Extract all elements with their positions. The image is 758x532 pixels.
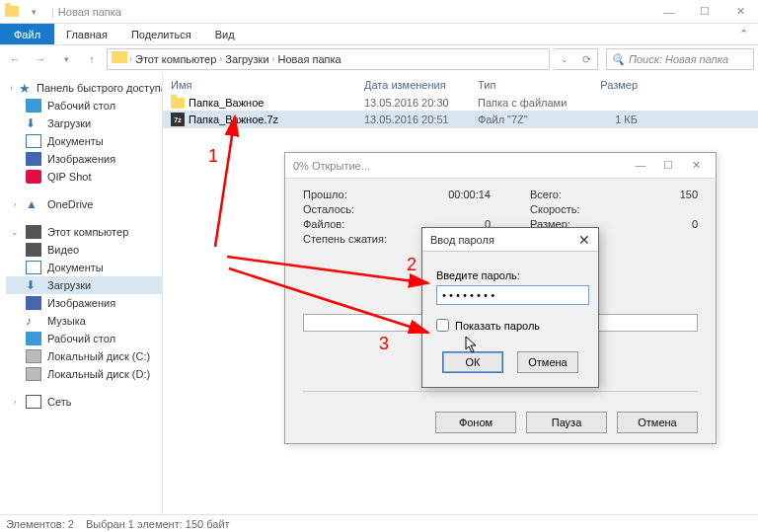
dialog-maximize-button[interactable]: ☐ [656, 159, 680, 172]
background-button[interactable]: Фоном [435, 412, 516, 433]
sidebar-this-pc[interactable]: ⌄Этот компьютер [6, 223, 162, 241]
dialog-minimize-button[interactable]: — [629, 159, 652, 172]
file-name: Папка_Важное [189, 97, 264, 109]
show-password-checkbox[interactable]: Показать пароль [436, 319, 584, 332]
label-elapsed: Прошло: [303, 189, 421, 200]
file-row[interactable]: Папка_Важное 13.05.2016 20:30 Папка с фа… [163, 95, 758, 111]
sidebar-network[interactable]: ›Сеть [6, 393, 162, 411]
pwdlg-titlebar[interactable]: Ввод пароля ✕ [422, 228, 598, 252]
col-header-size[interactable]: Размер [586, 79, 645, 91]
sidebar-label: Панель быстрого доступа [37, 82, 163, 94]
ok-button[interactable]: ОК [442, 351, 503, 373]
dialog-close-button[interactable]: ✕ [684, 159, 708, 172]
cancel-button[interactable]: Отмена [517, 351, 578, 373]
addr-refresh-button[interactable]: ⟳ [575, 49, 597, 69]
label-files: Файлов: [303, 218, 421, 230]
password-dialog: Ввод пароля ✕ Введите пароль: Показать п… [421, 227, 599, 388]
sidebar-label: Изображения [47, 297, 115, 309]
maximize-button[interactable]: ☐ [687, 0, 722, 24]
sidebar-item-video[interactable]: Видео [6, 241, 162, 259]
ribbon: Файл Главная Поделиться Вид ⌃ [0, 24, 758, 45]
sidebar-label: Изображения [47, 153, 115, 165]
annotation-2: 2 [407, 255, 417, 275]
pause-button[interactable]: Пауза [526, 412, 607, 433]
sidebar-item-music[interactable]: ♪Музыка [6, 312, 162, 330]
minimize-button[interactable]: — [651, 0, 687, 24]
sidebar-label: Загрузки [47, 117, 91, 129]
sidebar-label: Музыка [47, 315, 86, 327]
sidebar-item-downloads[interactable]: ⬇Загрузки [6, 276, 162, 294]
value-total: 150 [619, 189, 698, 200]
sidebar-item-images[interactable]: Изображения [6, 294, 162, 312]
nav-back-button[interactable]: ← [4, 48, 26, 70]
ribbon-file-tab[interactable]: Файл [0, 24, 54, 44]
crumb-downloads[interactable]: Загрузки [222, 53, 271, 65]
label-speed: Скорость: [530, 203, 619, 215]
sidebar-label: Документы [47, 135, 104, 147]
sidebar-item-downloads[interactable]: ⬇Загрузки [6, 114, 162, 132]
explorer-titlebar: ▾ | Новая папка — ☐ ✕ [0, 0, 758, 24]
sidebar-item-documents[interactable]: Документы [6, 132, 162, 150]
col-header-date[interactable]: Дата изменения [364, 79, 478, 91]
password-input[interactable] [436, 285, 589, 305]
crumb-pc[interactable]: Этот компьютер [132, 53, 219, 65]
file-size: 1 КБ [586, 114, 645, 125]
address-bar[interactable]: › Этот компьютер › Загрузки › Новая папк… [107, 48, 550, 70]
addr-history-button[interactable]: ⌄ [554, 49, 575, 69]
addr-folder-icon [112, 51, 127, 67]
title-sep: | [51, 6, 54, 18]
cancel-button[interactable]: Отмена [617, 412, 698, 433]
sidebar-item-drive-c[interactable]: Локальный диск (C:) [6, 347, 162, 365]
sidebar-item-desktop[interactable]: Рабочий стол [6, 97, 162, 114]
sidebar-label: Видео [47, 244, 79, 256]
pwdlg-close-button[interactable]: ✕ [578, 232, 590, 248]
sidebar-item-desktop[interactable]: Рабочий стол [6, 330, 162, 347]
nav-up-button[interactable]: ↑ [81, 48, 103, 70]
file-type: Файл "7Z" [478, 114, 586, 125]
file-date: 13.05.2016 20:30 [364, 97, 478, 109]
sidebar-item-documents[interactable]: Документы [6, 259, 162, 276]
pwdlg-label: Введите пароль: [436, 269, 584, 281]
address-controls: ⌄ ⟳ [554, 48, 598, 70]
file-date: 13.05.2016 20:51 [364, 114, 478, 125]
sidebar-item-qip[interactable]: QIP Shot [6, 168, 162, 186]
ribbon-tab-view[interactable]: Вид [203, 24, 247, 44]
value-elapsed: 00:00:14 [421, 189, 491, 200]
search-input[interactable]: 🔍 Поиск: Новая папка [606, 48, 754, 70]
search-placeholder: Поиск: Новая папка [629, 53, 728, 65]
col-header-name[interactable]: Имя [167, 79, 364, 91]
col-header-type[interactable]: Тип [478, 79, 586, 91]
nav-forward-button[interactable]: → [30, 48, 51, 70]
show-password-box[interactable] [436, 319, 449, 332]
sidebar-label: Загрузки [47, 279, 91, 291]
crumb-folder[interactable]: Новая папка [275, 53, 344, 65]
label-ratio: Степень сжатия: [303, 233, 421, 245]
status-item-count: Элементов: 2 [6, 518, 74, 530]
annotation-1: 1 [208, 146, 218, 167]
value-size: 0 [619, 218, 698, 230]
search-icon: 🔍 [611, 53, 625, 66]
column-headers: Имя Дата изменения Тип Размер [163, 73, 758, 95]
dialog-titlebar[interactable]: 0% Открытие... — ☐ ✕ [285, 153, 716, 179]
mouse-cursor-icon [465, 336, 479, 353]
window-title: Новая папка [58, 6, 121, 18]
status-selected: Выбран 1 элемент: 150 байт [86, 518, 230, 530]
sidebar-label: Рабочий стол [47, 333, 115, 344]
down-small-icon[interactable]: ▾ [26, 4, 41, 20]
close-button[interactable]: ✕ [722, 0, 758, 24]
nav-history-button[interactable]: ▾ [55, 48, 77, 70]
folder-small-icon [4, 4, 20, 20]
sidebar-item-images[interactable]: Изображения [6, 150, 162, 168]
sidebar-onedrive[interactable]: ›▲OneDrive [6, 195, 162, 213]
sidebar-label: Локальный диск (D:) [47, 368, 150, 380]
file-row[interactable]: 7zПапка_Важное.7z 13.05.2016 20:51 Файл … [163, 111, 758, 128]
sidebar-label: Рабочий стол [47, 100, 115, 112]
sidebar-item-drive-d[interactable]: Локальный диск (D:) [6, 365, 162, 383]
window-controls: — ☐ ✕ [651, 0, 758, 24]
ribbon-tab-share[interactable]: Поделиться [119, 24, 203, 44]
sidebar-label: Документы [47, 262, 104, 273]
ribbon-tab-home[interactable]: Главная [54, 24, 119, 44]
pwdlg-title: Ввод пароля [430, 234, 494, 246]
sidebar-quick-access[interactable]: ›★Панель быстрого доступа [6, 79, 162, 97]
ribbon-expand-icon[interactable]: ⌃ [729, 24, 758, 44]
